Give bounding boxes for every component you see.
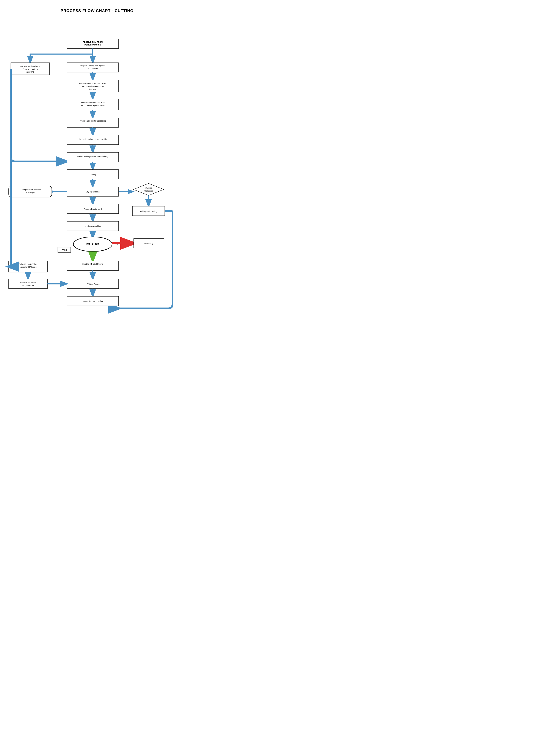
svg-text:Receive relaxed fabric from: Receive relaxed fabric from xyxy=(81,101,104,104)
svg-text:MERCHANDISING: MERCHANDISING xyxy=(84,44,101,46)
page-container: PROCESS FLOW CHART - CUTTING xyxy=(4,9,190,319)
svg-text:Re cutting: Re cutting xyxy=(145,242,153,245)
svg-rect-27 xyxy=(67,135,119,145)
svg-text:Folding Roll Cutting: Folding Roll Cutting xyxy=(140,210,157,212)
svg-rect-35 xyxy=(67,170,119,179)
svg-rect-49 xyxy=(132,206,165,216)
svg-text:Cutting Waste Collection: Cutting Waste Collection xyxy=(20,189,41,191)
svg-rect-7 xyxy=(11,63,50,75)
svg-text:HT label Fusing: HT label Fusing xyxy=(86,283,99,285)
svg-text:Collection: Collection xyxy=(144,190,153,192)
svg-text:Receive HT labels: Receive HT labels xyxy=(20,282,36,284)
svg-rect-55 xyxy=(67,204,119,214)
svg-point-61 xyxy=(73,237,112,252)
svg-text:stores for HT labels: stores for HT labels xyxy=(20,266,37,268)
svg-text:Cutting: Cutting xyxy=(90,174,96,176)
svg-rect-76 xyxy=(67,296,119,306)
svg-rect-63 xyxy=(58,247,71,252)
svg-rect-73 xyxy=(67,279,119,288)
svg-rect-38 xyxy=(67,187,119,196)
svg-text:Approved pattern: Approved pattern xyxy=(23,68,38,70)
svg-rect-24 xyxy=(67,118,119,127)
svg-rect-58 xyxy=(67,221,119,231)
svg-text:Cut plan: Cut plan xyxy=(89,88,97,90)
flowchart: RECEIVE BOM FROM MERCHANDISING Receive M… xyxy=(4,22,190,319)
svg-text:from CAD: from CAD xyxy=(26,71,35,73)
svg-text:FML AUDIT: FML AUDIT xyxy=(86,243,99,245)
svg-rect-82 xyxy=(9,279,47,288)
svg-text:Raise Memo to Fabric stores fo: Raise Memo to Fabric stores for xyxy=(79,83,106,85)
svg-text:Prepare Lay slip for Spreading: Prepare Lay slip for Spreading xyxy=(80,120,106,122)
svg-rect-0 xyxy=(67,39,119,48)
svg-text:PASS: PASS xyxy=(62,249,67,251)
svg-marker-45 xyxy=(133,183,164,196)
svg-rect-68 xyxy=(134,239,164,248)
svg-text:End Bit: End Bit xyxy=(145,187,152,189)
svg-text:Prepare Cutting plan against: Prepare Cutting plan against xyxy=(80,65,105,67)
svg-text:Send to HT label Fusing: Send to HT label Fusing xyxy=(82,263,103,265)
svg-text:Fabric Spreading as per Lay Sl: Fabric Spreading as per Lay Slip xyxy=(79,138,107,140)
svg-rect-32 xyxy=(67,152,119,162)
svg-rect-20 xyxy=(67,99,119,110)
svg-rect-15 xyxy=(67,80,119,92)
svg-text:& Storage: & Storage xyxy=(26,191,35,194)
svg-text:as per Memo: as per Memo xyxy=(22,284,34,286)
svg-text:Marker making on the Spreaded : Marker making on the Spreaded Lay xyxy=(77,155,108,157)
svg-text:Raise Memo to Trims: Raise Memo to Trims xyxy=(19,263,37,265)
svg-text:Fabric requirement as per: Fabric requirement as per xyxy=(81,85,104,88)
svg-text:Receive Mini Marker &: Receive Mini Marker & xyxy=(20,65,40,68)
svg-text:RECEIVE BOM FROM: RECEIVE BOM FROM xyxy=(83,41,103,43)
svg-text:Ready for Line Loading: Ready for Line Loading xyxy=(83,300,103,302)
svg-rect-11 xyxy=(67,63,119,72)
svg-rect-78 xyxy=(9,261,47,272)
svg-text:FAIL: FAIL xyxy=(114,243,118,245)
svg-rect-70 xyxy=(67,261,119,270)
svg-text:Prepare Bundle card: Prepare Bundle card xyxy=(84,208,102,210)
svg-text:PO quantity: PO quantity xyxy=(88,68,98,69)
svg-rect-41 xyxy=(9,186,52,197)
svg-text:Fabric Stores against Memo: Fabric Stores against Memo xyxy=(81,104,105,106)
page-title: PROCESS FLOW CHART - CUTTING xyxy=(4,9,190,13)
svg-text:Sorting & Bundling: Sorting & Bundling xyxy=(85,225,101,228)
svg-text:Lay slip Closing: Lay slip Closing xyxy=(86,191,99,193)
